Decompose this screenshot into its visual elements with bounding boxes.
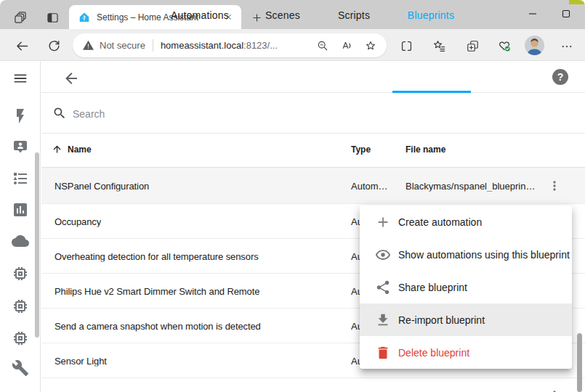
search-input[interactable] [71, 105, 307, 123]
active-tab-underline [392, 91, 471, 93]
vertical-tabs-icon [46, 11, 60, 25]
more-options-icon [560, 40, 573, 53]
minimize-button[interactable] [516, 1, 549, 26]
read-aloud-button[interactable] [340, 39, 353, 52]
browser-essentials-icon [497, 38, 512, 53]
hamburger-icon [12, 70, 28, 86]
row-name: NSPanel Configuration [55, 180, 149, 191]
sidebar-item-logbook[interactable] [12, 170, 29, 187]
browser-essentials-button[interactable] [494, 36, 515, 55]
address-bar[interactable]: Not secure homeassistant.local:8123/... [73, 33, 387, 57]
split-screen-button[interactable] [396, 36, 416, 55]
menu-item-create-automation[interactable]: Create automation [360, 205, 572, 238]
download-icon [375, 312, 391, 328]
menu-item-label: Delete blueprint [398, 347, 469, 359]
plus-icon [375, 214, 391, 230]
row-overflow-button[interactable] [546, 177, 563, 195]
column-header-name[interactable]: Name [68, 144, 92, 155]
sidebar-item-energy[interactable] [12, 107, 29, 125]
sidebar-item-tools[interactable] [12, 359, 29, 377]
row-name: Send a camera snapshot when motion is de… [55, 320, 261, 331]
list-icon [12, 170, 29, 187]
sidebar-menu-button[interactable] [12, 70, 29, 87]
chip-icon [12, 330, 29, 347]
menu-item-share-blueprint[interactable]: Share blueprint [360, 271, 572, 303]
home-assistant-favicon [78, 12, 90, 23]
sidebar-item-device-3[interactable] [12, 330, 29, 347]
menu-item-delete-blueprint[interactable]: Delete blueprint [360, 336, 572, 369]
menu-item-show-automations[interactable]: Show automations using this blueprint [360, 238, 572, 271]
chart-box-icon [12, 201, 29, 219]
profile-avatar[interactable] [525, 36, 544, 55]
kebab-icon [547, 388, 562, 392]
flash-icon [12, 107, 29, 125]
chip-icon [12, 265, 29, 282]
tab-scripts[interactable]: Scripts [338, 9, 370, 21]
row-overflow-button[interactable] [546, 387, 563, 392]
help-icon: ? [557, 71, 564, 83]
new-tab-button[interactable] [248, 9, 265, 26]
not-secure-warning-icon [82, 39, 94, 52]
page-scrollbar-thumb[interactable] [577, 333, 582, 392]
refresh-icon [47, 39, 61, 53]
tab-blueprints[interactable]: Blueprints [408, 9, 454, 21]
arrow-left-icon [62, 70, 80, 87]
workspaces-button[interactable] [12, 9, 29, 26]
table-row[interactable]: Set entities based on other entities new… [41, 378, 585, 392]
sidebar-item-device-2[interactable] [12, 298, 29, 315]
security-label: Not secure [100, 40, 145, 51]
url-divider [153, 39, 153, 52]
zoom-out-icon [316, 39, 329, 52]
ha-header [41, 61, 585, 93]
sidebar-item-assist[interactable] [12, 139, 29, 156]
wrench-icon [12, 359, 29, 377]
column-header-file[interactable]: File name [406, 144, 445, 155]
favorite-star-button[interactable] [364, 39, 377, 52]
sidebar-item-device-1[interactable] [12, 265, 29, 282]
menu-item-label: Re-import blueprint [398, 314, 485, 326]
menu-item-reimport-blueprint[interactable]: Re-import blueprint [360, 303, 572, 336]
back-icon [15, 38, 30, 54]
cloud-icon [12, 232, 29, 250]
sidebar-scrollbar-thumb[interactable] [35, 152, 39, 338]
back-button[interactable] [12, 36, 32, 55]
more-options-button[interactable] [557, 37, 577, 56]
refresh-button[interactable] [44, 36, 64, 55]
workspaces-icon [13, 10, 28, 25]
table-row[interactable]: NSPanel Configuration Autom… Blackymas/n… [41, 168, 585, 204]
help-button[interactable]: ? [552, 69, 568, 85]
ha-sidebar [0, 61, 41, 392]
favorite-star-icon [364, 39, 377, 52]
zoom-out-button[interactable] [316, 39, 329, 52]
row-name: Philips Hue v2 Smart Dimmer Switch and R… [55, 285, 259, 296]
browser-window: Settings – Home Assistant [0, 0, 585, 392]
trash-icon [375, 345, 391, 361]
collections-add-button[interactable] [462, 36, 483, 55]
url-path: :8123/... [243, 40, 278, 51]
tab-scenes[interactable]: Scenes [265, 9, 300, 21]
desktop-corner [569, 0, 585, 4]
search-divider [41, 133, 585, 134]
tab-automations[interactable]: Automations [171, 9, 229, 21]
sidebar-item-cloud[interactable] [12, 232, 29, 250]
column-header-type[interactable]: Type [351, 144, 371, 155]
maximize-button[interactable] [549, 1, 583, 26]
chip-icon [12, 298, 29, 315]
split-screen-icon [400, 39, 413, 53]
collections-add-icon [466, 39, 480, 53]
sidebar-item-history[interactable] [12, 201, 29, 219]
vertical-tabs-button[interactable] [44, 9, 61, 26]
row-name: Sensor Light [55, 355, 107, 366]
person-badge-icon [12, 139, 29, 156]
url-host: homeassistant.local [161, 40, 243, 51]
row-type: Autom… [351, 180, 388, 191]
kebab-icon [547, 179, 562, 193]
menu-item-label: Share blueprint [398, 282, 467, 293]
sort-ascending-icon[interactable] [52, 144, 63, 155]
new-tab-icon [251, 12, 262, 23]
eye-icon [375, 247, 391, 263]
maximize-icon [562, 9, 570, 18]
favorites-hub-button[interactable] [429, 36, 449, 55]
menu-item-label: Show automations using this blueprint [398, 249, 570, 261]
ha-back-button[interactable] [61, 68, 81, 89]
